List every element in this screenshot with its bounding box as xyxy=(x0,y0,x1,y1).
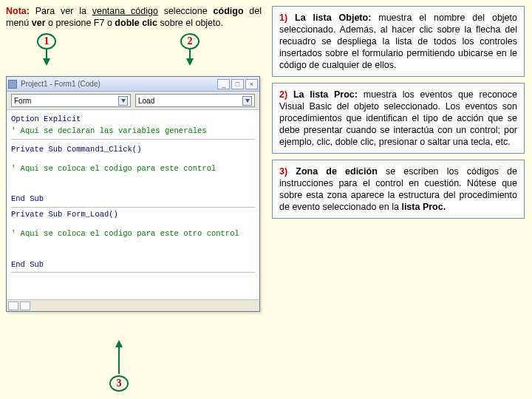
maximize-button[interactable]: □ xyxy=(231,79,244,89)
window-title: Project1 - Form1 (Code) xyxy=(21,80,216,88)
titlebar: Project1 - Form1 (Code) _ □ × xyxy=(7,77,259,92)
minimize-button[interactable]: _ xyxy=(217,79,230,89)
arrow-down-1 xyxy=(43,50,50,66)
arrow-up-3 xyxy=(115,340,123,374)
proc-combo-value: Load xyxy=(138,97,154,105)
vb-footer xyxy=(7,299,259,311)
vb-icon xyxy=(8,80,17,89)
arrow-down-2 xyxy=(186,50,194,66)
callout-2: 2 xyxy=(180,33,200,50)
note-paragraph: Nota: Para ver la ventana código selecci… xyxy=(6,6,262,29)
chevron-down-icon[interactable] xyxy=(118,96,128,106)
left-column: Nota: Para ver la ventana código selecci… xyxy=(0,0,267,399)
proc-combo[interactable]: Load xyxy=(135,94,255,107)
chevron-down-icon[interactable] xyxy=(242,96,252,106)
callout-3-wrap: 3 xyxy=(109,340,129,392)
callout-1: 1 xyxy=(37,33,56,50)
right-column: 1) La lista Objeto: muestra el nombre de… xyxy=(267,0,532,399)
top-callouts: 1 2 xyxy=(6,33,262,66)
vb-code-window: Project1 - Form1 (Code) _ □ × Form Load … xyxy=(6,76,260,312)
callout-3: 3 xyxy=(109,375,129,392)
box-3: 3) Zona de edición se escriben los códig… xyxy=(272,160,525,219)
combo-row: Form Load xyxy=(7,92,259,110)
object-combo[interactable]: Form xyxy=(11,94,131,107)
view-btn-2[interactable] xyxy=(20,301,30,310)
object-combo-value: Form xyxy=(14,97,31,105)
close-button[interactable]: × xyxy=(245,79,258,89)
box-1: 1) La lista Objeto: muestra el nombre de… xyxy=(272,6,525,77)
box-2: 2) La lista Proc: muestra los eventos qu… xyxy=(272,83,525,154)
code-editor[interactable]: Option Explicit ' Aqui se declaran las v… xyxy=(7,110,259,299)
view-btn-1[interactable] xyxy=(8,301,18,310)
